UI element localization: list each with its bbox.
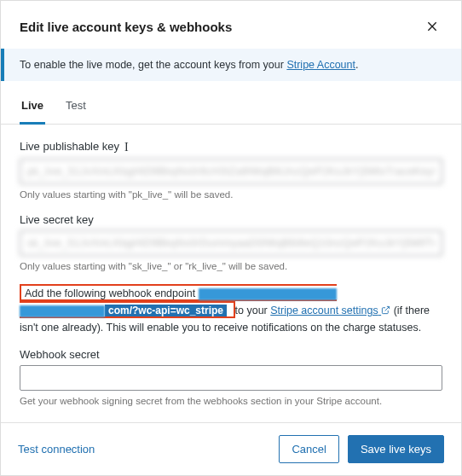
stripe-settings-link[interactable]: Stripe account settings	[270, 305, 390, 316]
webhook-secret-input[interactable]	[20, 365, 442, 391]
footer-actions: Cancel Save live keys	[279, 435, 444, 463]
modal-body: Live publishable keyI Only values starti…	[1, 125, 461, 422]
tab-test[interactable]: Test	[64, 89, 88, 125]
info-banner: To enable the live mode, get the account…	[1, 49, 461, 81]
webhook-secret-helper: Get your webhook signing secret from the…	[20, 396, 442, 406]
redacted-domain-1	[199, 288, 337, 300]
tab-live[interactable]: Live	[20, 89, 45, 125]
tab-bar: Live Test	[1, 88, 461, 125]
field-secret-key: Live secret key Only values starting wit…	[20, 213, 442, 271]
banner-text-post: .	[355, 59, 358, 71]
publishable-key-helper: Only values starting with "pk_live_" wil…	[20, 189, 442, 200]
cancel-button[interactable]: Cancel	[279, 435, 338, 463]
secret-key-helper: Only values starting with "sk_live_" or …	[20, 261, 442, 271]
webhook-instructions: Add the following webhook endpoint com/?…	[20, 285, 442, 336]
webhook-url-visible: com/?wc-api=wc_stripe	[105, 305, 227, 316]
field-publishable-key: Live publishable keyI Only values starti…	[20, 140, 442, 200]
webhook-secret-label: Webhook secret	[20, 348, 442, 361]
close-icon	[425, 20, 439, 33]
publishable-key-label: Live publishable keyI	[20, 140, 442, 154]
publishable-key-input[interactable]	[20, 159, 442, 184]
svg-line-2	[385, 306, 390, 311]
webhook-text-mid: to your	[235, 305, 271, 316]
text-cursor-icon: I	[124, 141, 129, 154]
redacted-domain-2	[20, 305, 105, 317]
close-button[interactable]	[422, 16, 442, 37]
modal-header: Edit live account keys & webhooks	[1, 1, 461, 45]
external-link-icon	[381, 305, 390, 315]
secret-key-input[interactable]	[20, 230, 442, 256]
save-button[interactable]: Save live keys	[348, 435, 444, 463]
secret-key-label: Live secret key	[20, 213, 442, 226]
stripe-account-link[interactable]: Stripe Account	[286, 59, 355, 71]
webhook-text-pre: Add the following webhook endpoint	[25, 287, 199, 299]
modal-title: Edit live account keys & webhooks	[20, 20, 232, 34]
test-connection-link[interactable]: Test connection	[18, 443, 95, 456]
banner-text-pre: To enable the live mode, get the account…	[20, 59, 286, 71]
field-webhook-secret: Webhook secret Get your webhook signing …	[20, 348, 442, 406]
stripe-keys-modal: Edit live account keys & webhooks To ena…	[0, 0, 462, 476]
modal-footer: Test connection Cancel Save live keys	[1, 422, 461, 475]
